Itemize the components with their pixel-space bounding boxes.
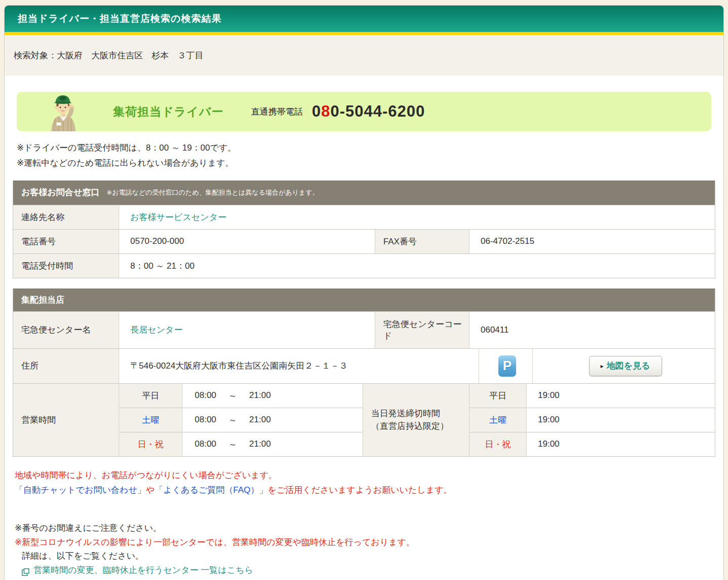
- hours-subrow: 日・祝 08:00～21:00: [119, 432, 362, 456]
- day-label-saturday: 土曜: [119, 408, 182, 432]
- deadline-line-1: 当日発送締切時間: [371, 407, 440, 420]
- tilde: ～: [229, 439, 237, 450]
- open-time: 08:00: [195, 415, 216, 425]
- deadline-line-2: （直営店持込限定）: [371, 420, 449, 433]
- tel-label: 電話番号: [13, 230, 119, 253]
- conjunction-text: や: [146, 485, 155, 495]
- pickup-driver-panel: 集荷担当ドライバー 直通携帯電話 080-5044-6200: [17, 92, 711, 131]
- main-content: 集荷担当ドライバー 直通携帯電話 080-5044-6200 ※ドライバーの電話…: [5, 76, 723, 580]
- external-window-icon: [22, 566, 29, 574]
- customer-contact-table: お客様お問合せ窓口 ※お電話などの受付窓口のため、集配担当とは異なる場合がありま…: [13, 180, 715, 278]
- contact-table-header: お客様お問合せ窓口 ※お電話などの受付窓口のため、集配担当とは異なる場合がありま…: [13, 180, 715, 205]
- phone-part: 0-5044-6200: [331, 102, 425, 120]
- center-name-link[interactable]: 長居センター: [130, 324, 183, 336]
- view-map-button[interactable]: ▸地図を見る: [589, 356, 662, 376]
- day-label-sunday: 日・祝: [469, 432, 526, 456]
- busy-notice-tail: をご活用くださいますようお願いいたします。: [268, 485, 452, 495]
- chat-link[interactable]: 「自動チャットでお問い合わせ」: [15, 485, 146, 495]
- driver-note-1: ※ドライバーの電話受付時間は、8：00 ～ 19：00です。: [17, 141, 715, 155]
- search-target-text: 検索対象：大阪府 大阪市住吉区 杉本 ３丁目: [14, 50, 203, 61]
- open-time: 08:00: [195, 439, 216, 449]
- parking-cell: P: [479, 349, 532, 383]
- table-row: 電話番号 0570-200-000 FAX番号 06-4702-2515: [13, 229, 715, 253]
- deadline-weekday: 19:00: [526, 384, 715, 408]
- tilde: ～: [229, 414, 237, 426]
- fax-value: 06-4702-2515: [469, 230, 715, 253]
- page-title-bar: 担当ドライバー・担当直営店検索の検索結果: [5, 6, 723, 32]
- driver-icon: [37, 92, 90, 131]
- number-caution-note: ※番号のお間違えにご注意ください。: [15, 521, 715, 535]
- map-cell: ▸地図を見る: [532, 349, 715, 383]
- store-table: 集配担当店 宅急便センター名 長居センター 宅急便センターコード 060411 …: [13, 288, 715, 457]
- tilde: ～: [229, 390, 237, 402]
- search-target-strip: 検索対象：大阪府 大阪市住吉区 杉本 ３丁目: [5, 35, 723, 76]
- contact-name-cell: お客様サービスセンター: [119, 205, 715, 229]
- busy-notice-line1: 地域や時間帯により、お電話がつながりにくい場合がございます。: [15, 468, 715, 483]
- driver-title: 集荷担当ドライバー: [113, 104, 224, 120]
- center-code-label: 宅急便センターコード: [375, 312, 469, 348]
- store-table-header: 集配担当店: [13, 288, 715, 311]
- faq-link[interactable]: 「よくあるご質問（FAQ）」: [155, 485, 268, 495]
- contact-table-note: ※お電話などの受付窓口のため、集配担当とは異なる場合があります。: [106, 188, 319, 197]
- table-row: 連絡先名称 お客様サービスセンター: [13, 205, 715, 229]
- tel-value: 0570-200-000: [119, 230, 375, 253]
- table-row: 住所 〒546-0024大阪府大阪市東住吉区公園南矢田２－１－３ P ▸地図を見…: [13, 348, 715, 383]
- covid-note: ※新型コロナウイルスの影響により一部センターでは、営業時間の変更や臨時休止を行っ…: [15, 535, 715, 550]
- business-hours-row: 営業時間 平日 08:00～21:00 土曜 08:00～21:00 日・祝 0…: [13, 383, 715, 456]
- store-table-title: 集配担当店: [21, 294, 64, 306]
- driver-phone-label: 直通携帯電話: [251, 106, 303, 118]
- triangle-icon: ▸: [601, 362, 604, 370]
- phone-hours-label: 電話受付時間: [13, 254, 119, 278]
- address-value: 〒546-0024大阪府大阪市東住吉区公園南矢田２－１－３: [119, 349, 479, 383]
- close-time: 21:00: [249, 390, 271, 401]
- deadline-subrow: 土曜 19:00: [469, 408, 715, 432]
- result-card: 担当ドライバー・担当直営店検索の検索結果 検索対象：大阪府 大阪市住吉区 杉本 …: [4, 5, 724, 580]
- busy-notice-line2: 「自動チャットでお問い合わせ」や「よくあるご質問（FAQ）」をご活用くださいます…: [15, 483, 715, 498]
- center-list-link[interactable]: 営業時間の変更、臨時休止を行うセンター 一覧はこちら: [33, 563, 253, 577]
- contact-name-label: 連絡先名称: [13, 205, 119, 229]
- center-list-line: 営業時間の変更、臨時休止を行うセンター 一覧はこちら: [22, 563, 715, 577]
- close-time: 21:00: [249, 415, 271, 425]
- bottom-notes: ※番号のお間違えにご注意ください。 ※新型コロナウイルスの影響により一部センター…: [15, 521, 715, 577]
- hours-saturday: 08:00～21:00: [182, 408, 362, 432]
- day-label-sunday: 日・祝: [119, 432, 182, 456]
- table-row: 宅急便センター名 長居センター 宅急便センターコード 060411: [13, 311, 715, 348]
- phone-hours-value: 8：00 ～ 21：00: [119, 254, 715, 278]
- day-label-weekday: 平日: [469, 384, 526, 408]
- day-label-weekday: 平日: [119, 384, 182, 408]
- parking-icon: P: [498, 355, 516, 377]
- phone-part: 0: [312, 102, 321, 120]
- close-time: 21:00: [249, 439, 271, 449]
- phone-part-red: 8: [321, 102, 330, 120]
- driver-note-2: ※運転中などのため電話に出られない場合があります。: [17, 157, 715, 170]
- view-map-label: 地図を見る: [607, 360, 650, 372]
- business-hours-grid: 平日 08:00～21:00 土曜 08:00～21:00 日・祝 08:00～…: [119, 384, 362, 456]
- contact-table-title: お客様お問合せ窓口: [21, 187, 99, 198]
- open-time: 08:00: [195, 390, 216, 401]
- hours-sunday: 08:00～21:00: [182, 432, 362, 456]
- hours-weekday: 08:00～21:00: [182, 384, 362, 408]
- business-hours-label: 営業時間: [13, 384, 119, 456]
- address-label: 住所: [13, 349, 119, 383]
- hours-subrow: 平日 08:00～21:00: [119, 384, 362, 408]
- page-title: 担当ドライバー・担当直営店検索の検索結果: [18, 12, 222, 25]
- deadline-subrow: 日・祝 19:00: [469, 432, 715, 456]
- fax-label: FAX番号: [375, 230, 469, 253]
- detail-note: 詳細は、以下をご覧ください。: [22, 549, 715, 563]
- service-center-link[interactable]: お客様サービスセンター: [130, 211, 227, 223]
- driver-phone-number: 080-5044-6200: [312, 102, 425, 121]
- table-row: 電話受付時間 8：00 ～ 21：00: [13, 253, 715, 278]
- center-name-cell: 長居センター: [119, 312, 375, 348]
- same-day-deadline-label: 当日発送締切時間 （直営店持込限定）: [362, 384, 469, 456]
- deadline-sunday: 19:00: [526, 432, 715, 456]
- deadline-grid: 平日 19:00 土曜 19:00 日・祝 19:00: [469, 384, 715, 456]
- hours-subrow: 土曜 08:00～21:00: [119, 408, 362, 432]
- busy-notice: 地域や時間帯により、お電話がつながりにくい場合がございます。 「自動チャットでお…: [15, 468, 715, 498]
- center-code-value: 060411: [469, 312, 715, 348]
- deadline-saturday: 19:00: [526, 408, 715, 432]
- day-label-saturday: 土曜: [469, 408, 526, 432]
- deadline-subrow: 平日 19:00: [469, 384, 715, 408]
- center-name-label: 宅急便センター名: [13, 312, 119, 348]
